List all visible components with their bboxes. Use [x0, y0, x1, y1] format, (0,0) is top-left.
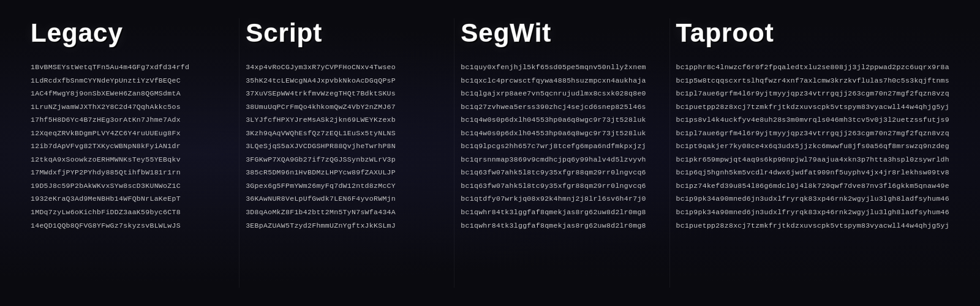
address-item[interactable]: 3D8qAoMkZ8F1b42btt2Mn5TyN7sWfa434A	[246, 206, 448, 218]
address-item[interactable]: bc1q4w0s0p6dxlh04553hp0a6q8wgc9r73jt528l…	[461, 114, 663, 126]
address-item[interactable]: bc1pt9qakjer7ky08ce4x6q3udx5jjzkc6mwwfu8…	[676, 140, 949, 152]
address-item[interactable]: 34xp4vRoCGJym3xR7yCVPFHoCNxv4Twseo	[246, 61, 448, 73]
address-item[interactable]: bc1q4w0s0p6dxlh04553hp0a6q8wgc9r73jt528l…	[461, 127, 663, 140]
column-taproot: Taprootbc1pphr8c4lnwzcf6r0f2fpqaledtxlu2…	[670, 18, 956, 288]
address-item[interactable]: 12ib7dApVFvg82TXKycWBNpN8kFyiAN1dr	[31, 140, 233, 152]
address-item[interactable]: bc1qxclc4prcwsctfqywa4885hsuzmpcxn4aukha…	[461, 75, 663, 87]
address-item[interactable]: 1MDq7zyLw6oKichbFiDDZ3aaK59byc6CT8	[31, 206, 233, 218]
address-item[interactable]: 14eQD1QQb8QFVG8YFwGz7skyzsvBLWLwJS	[31, 220, 233, 232]
address-item[interactable]: bc1ps8vl4k4uckfyv4e8uh28s3m0mvrqls046mh3…	[676, 114, 949, 126]
address-item[interactable]: 3LQeSjqS5aXJVCDGSHPR88QvjheTwrhP8N	[246, 140, 448, 152]
title-legacy: Legacy	[31, 18, 233, 48]
address-item[interactable]: bc1qrsnnmap3869v9cmdhcjpq6y99halv4d5lzvy…	[461, 154, 663, 166]
address-item[interactable]: 19D5J8c59P2bAkWKvxSYw8scD3KUNWoZ1C	[31, 180, 233, 192]
address-item[interactable]: 12XqeqZRVkBDgmPLVY4ZC6Y4ruUUEug8Fx	[31, 127, 233, 140]
address-list-script: 34xp4vRoCGJym3xR7yCVPFHoCNxv4Twseo35hK24…	[246, 61, 448, 231]
address-item[interactable]: bc1qlgajxrp8aee7vn5qcnrujudlmx8csxk028q8…	[461, 88, 663, 100]
address-item[interactable]: bc1pl7aue6grfm4l6r9yjtmyyjqpz34vtrrgqjj2…	[676, 88, 949, 100]
address-item[interactable]: 36KAwNUR8VeLpUfGwdk7LEN6F4yvoRWMjn	[246, 193, 448, 205]
address-item[interactable]: 35hK24tcLEWcgNA4JxpvbkNkoAcDGqQPsP	[246, 75, 448, 87]
address-item[interactable]: 3Gpex6g5FPmYWm26myFq7dW12ntd8zMcCY	[246, 180, 448, 192]
title-segwit: SegWit	[461, 18, 663, 48]
address-item[interactable]: bc1q63fw07ahk5l8tc9y35xfgr88qm29rr0lngvc…	[461, 166, 663, 179]
address-item[interactable]: 38UmuUqPCrFmQo4khkomQwZ4VbY2nZMJ67	[246, 101, 448, 113]
address-item[interactable]: bc1qtdfy07wrkjq08x92k4hmnj2j8lrl6sv6h4r7…	[461, 193, 663, 205]
address-item[interactable]: 1BvBMSEYstWetqTFn5Au4m4GFg7xdfd34rfd	[31, 61, 233, 73]
address-item[interactable]: 3EBpAZUAW5Tzyd2FhmmUZnYgftxJkKSLmJ	[246, 220, 448, 232]
address-item[interactable]: 3LYJfcfHPXYJreMsASk2jkn69LWEYKzexb	[246, 114, 448, 126]
address-list-legacy: 1BvBMSEYstWetqTFn5Au4m4GFg7xdfd34rfd1LdR…	[31, 61, 233, 231]
address-item[interactable]: 12tkqA9xSoowkzoERHMWNKsTey55YEBqkv	[31, 154, 233, 166]
column-segwit: SegWitbc1quy0xfenjhjl5kf65sd05pe5mqnv50n…	[454, 18, 669, 288]
address-item[interactable]: bc1p9pk34a90mned6jn3udxlfryrqk83xp46rnk2…	[676, 193, 949, 205]
address-item[interactable]: bc1q27zvhwea5erss390zhcj4sejcd6snep825l4…	[461, 101, 663, 113]
address-item[interactable]: 3FGKwP7XQA9Gb27if7zQGJSSynbzWLrV3p	[246, 154, 448, 166]
address-item[interactable]: bc1pkr659mpwjqt4aq9s6kp90npjwl79aajua4xk…	[676, 154, 949, 166]
address-list-taproot: bc1pphr8c4lnwzcf6r0f2fpqaledtxlu2se808jj…	[676, 61, 949, 231]
address-item[interactable]: bc1puetpp28z8xcj7tzmkfrjtkdzxuvscpk5vtsp…	[676, 220, 949, 232]
address-item[interactable]: bc1qwhr84tk3lggfaf8qmekjas8rg62uw8d2lr0m…	[461, 206, 663, 218]
address-item[interactable]: bc1q63fw07ahk5l8tc9y35xfgr88qm29rr0lngvc…	[461, 180, 663, 192]
address-item[interactable]: 1LdRcdxfbSnmCYYNdeYpUnztiYzVfBEQeC	[31, 75, 233, 87]
address-item[interactable]: 1932eKraQ3Ad9MeNBHb14WFQbNrLaKeEpT	[31, 193, 233, 205]
address-item[interactable]: bc1puetpp28z8xcj7tzmkfrjtkdzxuvscpk5vtsp…	[676, 101, 949, 113]
address-item[interactable]: bc1p5w8tcqqscxrtslhqfwzr4xnf7axlcmw3krzk…	[676, 75, 949, 87]
address-item[interactable]: 385cR5DM96n1HvBDMzLHPYcw89fZAXULJP	[246, 166, 448, 179]
address-item[interactable]: bc1pl7aue6grfm4l6r9yjtmyyjqpz34vtrrgqjj2…	[676, 127, 949, 140]
address-item[interactable]: bc1qwhr84tk3lggfaf8qmekjas8rg62uw8d2lr0m…	[461, 220, 663, 232]
address-item[interactable]: 3Kzh9qAqVWQhEsfQz7zEQL1EuSx5tyNLNS	[246, 127, 448, 140]
address-item[interactable]: bc1quy0xfenjhjl5kf65sd05pe5mqnv50nllyžxn…	[461, 61, 663, 73]
address-item[interactable]: bc1p9pk34a90mned6jn3udxlfryrqk83xp46rnk2…	[676, 206, 949, 218]
column-script: Script34xp4vRoCGJym3xR7yCVPFHoCNxv4Twseo…	[239, 18, 454, 288]
address-item[interactable]: 1LruNZjwamWJXThX2Y8C2d47QqhAkkc5os	[31, 101, 233, 113]
address-item[interactable]: bc1pz74kefd39u854l86g6mdcl0j4l8k729qwf7d…	[676, 180, 949, 192]
address-item[interactable]: bc1q9lpcgs2hh657c7wrj8tcefg6mpa6ndfmkpxj…	[461, 140, 663, 152]
address-item[interactable]: bc1p6qj5hgnh5km5vcdlr4dwx6jwdfat909nf5uy…	[676, 166, 949, 179]
column-legacy: Legacy1BvBMSEYstWetqTFn5Au4m4GFg7xdfd34r…	[24, 18, 239, 288]
address-item[interactable]: 17hf5H8D6Yc4B7zHEg3orAtKn7Jhme7Adx	[31, 114, 233, 126]
address-item[interactable]: 17MWdxfjPYP2PYhdy885QtihfbW181r1rn	[31, 166, 233, 179]
title-script: Script	[246, 18, 448, 48]
main-content: Legacy1BvBMSEYstWetqTFn5Au4m4GFg7xdfd34r…	[0, 0, 980, 306]
address-item[interactable]: bc1pphr8c4lnwzcf6r0f2fpqaledtxlu2se808jj…	[676, 61, 949, 73]
title-taproot: Taproot	[676, 18, 949, 48]
address-list-segwit: bc1quy0xfenjhjl5kf65sd05pe5mqnv50nllyžxn…	[461, 61, 663, 231]
address-item[interactable]: 1AC4fMwgY8j9onSbXEWeH6Zan8QGMSdmtA	[31, 88, 233, 100]
address-item[interactable]: 37XuVSEpWW4trkfmvWzegTHQt7BdktSKUs	[246, 88, 448, 100]
